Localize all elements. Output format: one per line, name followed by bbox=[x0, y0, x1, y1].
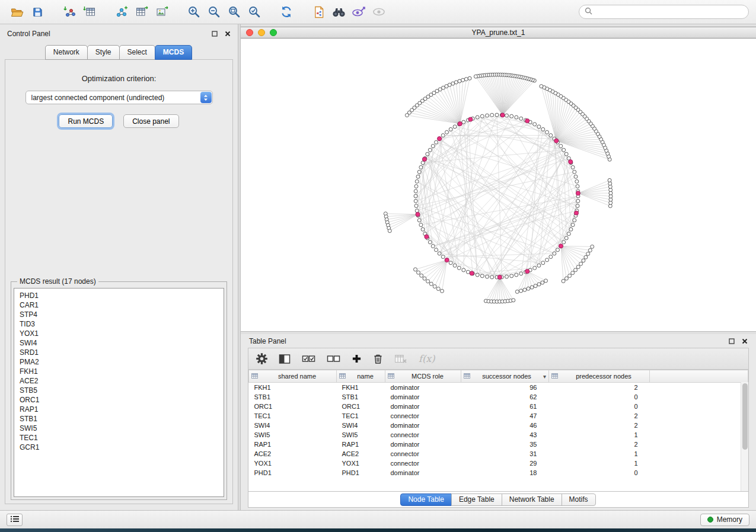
close-panel-icon[interactable] bbox=[225, 31, 231, 37]
tab-edge-table[interactable]: Edge Table bbox=[451, 493, 502, 506]
mcds-result-item[interactable]: STB5 bbox=[14, 386, 224, 395]
zoom-selected-button[interactable] bbox=[244, 3, 264, 21]
table-scrollbar[interactable] bbox=[741, 382, 748, 491]
table-row[interactable]: TEC1TEC1connector472 bbox=[249, 411, 748, 421]
tab-network-table[interactable]: Network Table bbox=[502, 493, 562, 506]
column-header-successor-nodes[interactable]: successor nodes▾ bbox=[461, 370, 549, 383]
mcds-result-item[interactable]: ACE2 bbox=[14, 376, 224, 386]
delete-column-button[interactable] bbox=[373, 353, 383, 364]
table-row[interactable]: FKH1FKH1dominator962 bbox=[249, 383, 748, 392]
network-view[interactable] bbox=[241, 39, 756, 331]
search-icon bbox=[585, 7, 592, 17]
tab-mcds[interactable]: MCDS bbox=[155, 45, 192, 60]
new-network-button[interactable] bbox=[111, 3, 132, 21]
main-toolbar-items bbox=[7, 3, 389, 21]
zoom-out-button[interactable] bbox=[204, 3, 224, 21]
mcds-result-item[interactable]: RAP1 bbox=[14, 405, 224, 414]
cell-mcds-role: connector bbox=[385, 459, 461, 468]
search-network-button[interactable] bbox=[328, 3, 349, 21]
search-box[interactable] bbox=[579, 5, 749, 19]
table-row[interactable]: SWI5SWI5connector431 bbox=[249, 430, 748, 440]
minimize-window-icon[interactable] bbox=[258, 29, 265, 36]
column-header-name[interactable]: name bbox=[337, 370, 385, 383]
mcds-result-item[interactable]: STB1 bbox=[14, 414, 224, 424]
zoom-fit-button[interactable] bbox=[224, 3, 244, 21]
close-table-panel-icon[interactable] bbox=[742, 338, 748, 344]
open-file-button[interactable] bbox=[7, 3, 27, 21]
table-row[interactable]: ORC1ORC1dominator610 bbox=[249, 402, 748, 411]
cell-shared-name: STB1 bbox=[249, 392, 337, 402]
mcds-result-item[interactable]: ORC1 bbox=[14, 395, 224, 405]
mcds-result-item[interactable]: SWI5 bbox=[14, 424, 224, 433]
memory-button[interactable]: Memory bbox=[700, 514, 749, 526]
mcds-result-item[interactable]: PHD1 bbox=[14, 291, 224, 300]
save-session-button[interactable] bbox=[27, 3, 47, 21]
tab-motifs[interactable]: Motifs bbox=[562, 493, 596, 506]
mcds-result-item[interactable]: SRD1 bbox=[14, 348, 224, 357]
import-network-from-file-button[interactable] bbox=[59, 3, 79, 21]
cell-shared-name: SWI4 bbox=[249, 421, 337, 430]
column-header-predecessor-nodes[interactable]: predecessor nodes bbox=[549, 370, 650, 383]
mcds-result-item[interactable]: STP4 bbox=[14, 310, 224, 319]
scrollbar-thumb[interactable] bbox=[742, 383, 748, 450]
mcds-result-item[interactable]: SWI4 bbox=[14, 338, 224, 348]
cell-mcds-role: connector bbox=[385, 430, 461, 440]
float-table-panel-icon[interactable] bbox=[729, 338, 735, 344]
table-grid-icon bbox=[251, 373, 258, 380]
maximize-window-icon[interactable] bbox=[270, 29, 277, 36]
tab-style[interactable]: Style bbox=[87, 45, 120, 60]
optimization-criterion-select[interactable]: largest connected component (undirected) bbox=[25, 91, 213, 104]
table-row[interactable]: SWI4SWI4dominator462 bbox=[249, 421, 748, 430]
run-mcds-button[interactable]: Run MCDS bbox=[59, 114, 113, 128]
cell-mcds-role: connector bbox=[385, 449, 461, 459]
cell-successor-nodes: 43 bbox=[461, 430, 549, 440]
tab-node-table[interactable]: Node Table bbox=[400, 493, 452, 506]
export-image-button[interactable] bbox=[152, 3, 172, 21]
apply-layout-button[interactable] bbox=[276, 3, 296, 21]
close-panel-button[interactable]: Close panel bbox=[123, 114, 178, 128]
search-input[interactable] bbox=[596, 8, 743, 16]
table-mode-button[interactable] bbox=[256, 353, 267, 364]
table-row[interactable]: PHD1PHD1dominator180 bbox=[249, 468, 748, 477]
export-document-button[interactable] bbox=[308, 3, 328, 21]
cell-filler bbox=[650, 430, 748, 440]
mcds-result-item[interactable]: YOX1 bbox=[14, 329, 224, 338]
network-window-titlebar[interactable]: YPA_prune.txt_1 bbox=[241, 27, 756, 39]
mcds-result-item[interactable]: CAR1 bbox=[14, 300, 224, 310]
show-hide-button[interactable] bbox=[369, 3, 389, 21]
table-row[interactable]: RAP1RAP1dominator352 bbox=[249, 440, 748, 449]
panel-menu-button[interactable] bbox=[7, 514, 23, 526]
show-columns-button[interactable] bbox=[279, 354, 291, 364]
column-header-shared-name[interactable]: shared name bbox=[249, 370, 337, 383]
mcds-result-item[interactable]: TEC1 bbox=[14, 433, 224, 443]
mcds-result-title: MCDS result (17 nodes) bbox=[17, 277, 98, 286]
table-row[interactable]: STB1STB1dominator620 bbox=[249, 392, 748, 402]
network-canvas[interactable] bbox=[241, 39, 755, 331]
function-builder-button[interactable]: f(x) bbox=[419, 353, 435, 364]
cell-mcds-role: connector bbox=[385, 411, 461, 421]
table-row[interactable]: YOX1YOX1connector291 bbox=[249, 459, 748, 468]
cell-name: ACE2 bbox=[337, 449, 385, 459]
delete-table-button[interactable] bbox=[394, 354, 407, 364]
mcds-result-item[interactable]: PMA2 bbox=[14, 357, 224, 367]
column-header-mcds-role[interactable]: MCDS role bbox=[385, 370, 461, 383]
tab-select[interactable]: Select bbox=[119, 45, 155, 60]
import-table-from-file-button[interactable] bbox=[79, 3, 100, 21]
create-column-button[interactable] bbox=[352, 354, 362, 364]
zoom-in-button[interactable] bbox=[184, 3, 204, 21]
float-panel-icon[interactable] bbox=[212, 31, 218, 37]
table-row[interactable]: ACE2ACE2connector311 bbox=[249, 449, 748, 459]
combo-stepper-icon bbox=[200, 92, 212, 103]
tab-network[interactable]: Network bbox=[45, 45, 88, 60]
export-table-button[interactable] bbox=[132, 3, 152, 21]
mcds-tab-content: Optimization criterion: largest connecte… bbox=[5, 59, 233, 504]
deselect-all-rows-button[interactable] bbox=[327, 354, 340, 364]
select-all-rows-button[interactable] bbox=[302, 354, 315, 364]
cell-name: TEC1 bbox=[337, 411, 385, 421]
mcds-result-list[interactable]: PHD1CAR1STP4TID3YOX1SWI4SRD1PMA2FKH1ACE2… bbox=[14, 288, 224, 497]
mcds-result-item[interactable]: GCR1 bbox=[14, 443, 224, 452]
mcds-result-item[interactable]: TID3 bbox=[14, 319, 224, 329]
mcds-result-item[interactable]: FKH1 bbox=[14, 367, 224, 376]
close-window-icon[interactable] bbox=[246, 29, 253, 36]
annotation-mode-button[interactable] bbox=[349, 3, 369, 21]
